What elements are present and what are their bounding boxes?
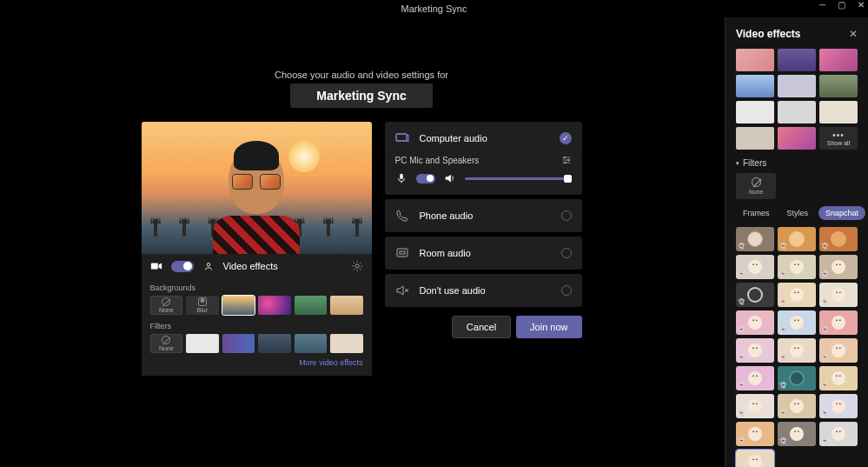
snapchat-lens[interactable]: 👻 [736,283,774,307]
mic-toggle[interactable] [416,174,435,183]
radio-unselected [561,210,572,221]
sidebar-bg-thumb[interactable] [778,75,816,97]
camera-icon [150,260,162,272]
backgrounds-header: Backgrounds [150,284,363,292]
snapchat-lens[interactable]: 👻 [819,338,858,363]
snapchat-lens[interactable]: 👻 [736,394,774,418]
sidebar-bg-thumb[interactable] [736,101,774,123]
snapchat-lens[interactable]: 👻 [736,450,774,467]
background-thumb[interactable] [222,296,255,315]
background-thumb[interactable] [258,296,291,315]
svg-rect-9 [400,251,405,254]
snapchat-lens[interactable]: 👻 [736,338,774,363]
svg-rect-3 [396,134,407,141]
snapchat-lens[interactable]: 👻 [778,422,816,446]
snapchat-lens[interactable]: 👻 [778,227,816,251]
snapchat-lens[interactable]: 👻 [819,422,858,446]
phone-audio-option[interactable]: Phone audio [385,199,582,232]
sidebar-bg-thumb[interactable] [819,75,858,97]
more-video-effects-link[interactable]: More video effects [150,358,363,367]
filter-thumb[interactable] [186,334,219,353]
snapchat-lens[interactable]: 👻 [819,283,858,307]
window-title: Marketing Sync [401,3,467,14]
no-audio-option[interactable]: Don't use audio [385,274,582,307]
video-effects-label[interactable]: Video effects [223,261,278,271]
background-none[interactable]: None [150,296,183,315]
svg-rect-7 [400,174,403,179]
filter-none[interactable]: None [150,334,183,353]
computer-icon [395,131,409,145]
snapchat-lens[interactable]: 👻 [736,366,774,390]
background-thumb[interactable] [330,296,363,315]
filters-header: Filters [150,322,363,330]
gear-icon[interactable] [351,260,363,272]
snapchat-lens[interactable]: 👻 [778,255,816,279]
camera-toggle[interactable] [171,261,194,272]
settings-intro-text: Choose your audio and video settings for [275,70,448,80]
snapchat-lens[interactable]: 👻 [778,366,816,390]
svg-rect-0 [150,264,157,270]
maximize-button[interactable]: ▢ [838,0,845,10]
sidebar-bg-thumb[interactable] [819,49,858,71]
speaker-icon [444,172,456,184]
sidebar-bg-thumb[interactable] [778,127,816,150]
background-thumb[interactable] [295,296,328,315]
tab-frames[interactable]: Frames [736,206,777,220]
phone-icon [395,209,409,223]
filter-thumb[interactable] [222,334,255,353]
sidebar-title: Video effects [736,28,800,40]
sidebar-bg-thumb[interactable] [736,127,774,150]
svg-point-5 [567,159,569,161]
meeting-name: Marketing Sync [290,83,432,108]
no-audio-icon [395,284,409,297]
svg-point-2 [354,264,358,268]
snapchat-lens[interactable]: 👻 [819,366,858,390]
snapchat-lens[interactable]: 👻 [819,227,858,251]
join-now-button[interactable]: Join now [516,316,581,338]
sidebar-bg-thumb[interactable] [819,101,858,123]
cancel-button[interactable]: Cancel [452,316,511,338]
background-effects-icon [202,260,215,272]
snapchat-lens[interactable]: 👻 [778,394,816,418]
snapchat-lens[interactable]: 👻 [778,310,816,335]
settings-icon[interactable] [561,155,572,165]
room-audio-option[interactable]: Room audio [385,237,582,270]
tab-styles[interactable]: Styles [780,206,816,220]
snapchat-lens[interactable]: 👻 [819,310,858,335]
radio-selected [560,132,572,144]
microphone-icon [395,172,407,184]
snapchat-lens[interactable]: 👻 [736,227,774,251]
svg-point-4 [563,157,565,158]
snapchat-lens[interactable]: 👻 [778,283,816,307]
radio-unselected [561,285,572,296]
snapchat-lens[interactable]: 👻 [819,394,858,418]
room-icon [395,246,409,260]
volume-slider[interactable] [465,174,572,183]
filter-thumb[interactable] [295,334,328,353]
radio-unselected [561,248,572,258]
computer-audio-option[interactable]: Computer audio [385,122,582,155]
sidebar-bg-thumb[interactable] [778,49,816,71]
svg-point-6 [564,162,566,163]
filter-none[interactable]: None [736,173,776,199]
sidebar-bg-thumb[interactable] [736,75,774,97]
filter-thumb[interactable] [258,334,291,353]
minimize-button[interactable]: ─ [819,0,825,10]
show-all-button[interactable]: •••Show all [819,127,858,150]
background-blur[interactable]: Blur [186,296,219,315]
filter-thumb[interactable] [330,334,363,353]
tab-snapchat[interactable]: Snapchat [818,206,865,220]
svg-rect-8 [397,249,407,257]
snapchat-lens[interactable]: 👻 [736,310,774,335]
snapchat-lens[interactable]: 👻 [819,255,858,279]
sidebar-bg-thumb[interactable] [736,49,774,71]
snapchat-lens[interactable]: 👻 [778,338,816,363]
filters-category[interactable]: ▾Filters [736,158,858,168]
close-button[interactable]: ✕ [858,0,865,10]
close-icon[interactable]: ✕ [849,28,858,40]
audio-device-label: PC Mic and Speakers [395,156,480,165]
snapchat-lens[interactable]: 👻 [736,422,774,446]
sidebar-bg-thumb[interactable] [778,101,816,123]
snapchat-lens[interactable]: 👻 [736,255,774,279]
video-preview [142,122,372,254]
